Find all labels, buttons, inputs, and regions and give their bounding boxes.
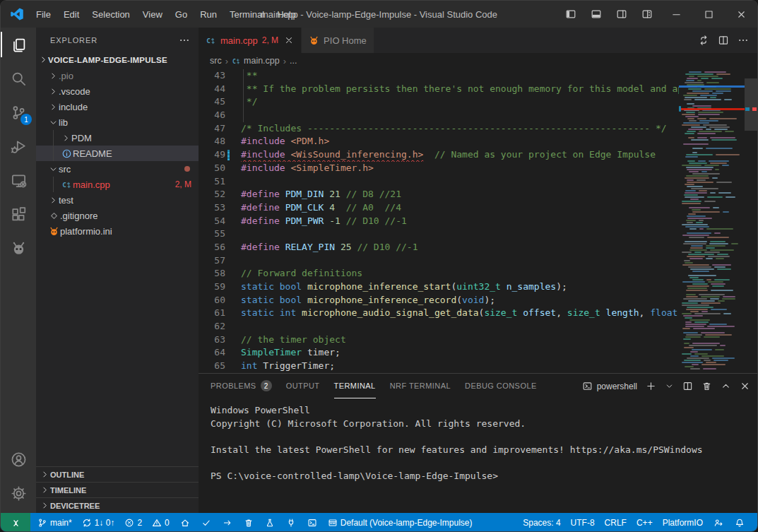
status-pio-new-terminal[interactable] xyxy=(302,513,323,532)
tree-item-lib[interactable]: lib xyxy=(36,114,199,130)
status-platformio-status[interactable]: PlatformIO xyxy=(658,513,708,532)
line-number[interactable]: 48 xyxy=(199,135,225,148)
line-number[interactable]: 46 xyxy=(199,109,225,122)
breadcrumb-item[interactable]: ... xyxy=(290,56,297,66)
tree-item-main-cpp[interactable]: Cmain.cpp2, M xyxy=(36,177,199,192)
line-number[interactable]: 59 xyxy=(199,280,225,294)
tree-item-pdm[interactable]: PDM xyxy=(36,130,199,146)
open-changes-button[interactable] xyxy=(698,35,709,46)
panel-tab-output[interactable]: OUTPUT xyxy=(286,374,320,398)
panel-tab-debug-console[interactable]: DEBUG CONSOLE xyxy=(465,374,537,398)
menu-run[interactable]: Run xyxy=(194,1,223,28)
sidebar-section-outline[interactable]: OUTLINE xyxy=(36,466,199,482)
line-number[interactable]: 60 xyxy=(199,294,225,307)
minimap[interactable] xyxy=(679,69,745,373)
activity-remote-explorer[interactable] xyxy=(1,163,36,197)
activity-platformio[interactable] xyxy=(1,231,36,265)
menu-selection[interactable]: Selection xyxy=(85,1,136,28)
status-language-mode[interactable]: C++ xyxy=(632,513,658,532)
status-pio-clean[interactable] xyxy=(238,513,259,532)
shell-selector[interactable]: powershell xyxy=(582,381,637,391)
activity-extensions[interactable] xyxy=(1,197,36,231)
line-number[interactable]: 49 xyxy=(199,148,225,162)
line-number[interactable]: 52 xyxy=(199,188,225,201)
line-number[interactable]: 65 xyxy=(199,360,225,373)
menu-view[interactable]: View xyxy=(136,1,169,28)
status-pio-home[interactable] xyxy=(174,513,196,532)
status-feedback[interactable] xyxy=(708,513,729,532)
activity-account[interactable] xyxy=(1,442,36,476)
activity-source-control[interactable]: 1 xyxy=(1,95,36,129)
tree-item--vscode[interactable]: .vscode xyxy=(36,83,199,99)
line-number[interactable]: 54 xyxy=(199,215,225,228)
menu-go[interactable]: Go xyxy=(169,1,194,28)
tree-root-folder[interactable]: VOICE-LAMP-EDGE-IMPULSE xyxy=(36,52,199,68)
more-actions-button[interactable] xyxy=(738,35,749,46)
terminal-content[interactable]: Windows PowerShellCopyright (C) Microsof… xyxy=(199,398,757,513)
line-number[interactable]: 51 xyxy=(199,175,225,189)
line-number[interactable]: 45 xyxy=(199,95,225,109)
status-problems-warnings[interactable]: 0 xyxy=(147,513,174,532)
split-terminal-button[interactable] xyxy=(682,381,693,391)
maximize-panel-button[interactable] xyxy=(721,381,731,391)
breadcrumb-item[interactable]: Cmain.cpp xyxy=(232,56,280,66)
line-number[interactable]: 50 xyxy=(199,162,225,175)
line-number[interactable]: 63 xyxy=(199,333,225,347)
overview-ruler[interactable] xyxy=(745,69,757,373)
sidebar-section-timeline[interactable]: TIMELINE xyxy=(36,482,199,497)
line-number[interactable]: 61 xyxy=(199,307,225,320)
scrollbar-thumb[interactable] xyxy=(745,78,757,131)
new-terminal-button[interactable] xyxy=(646,381,656,391)
status-pio-build[interactable] xyxy=(196,513,217,532)
line-number[interactable]: 53 xyxy=(199,201,225,215)
tree-item--pio[interactable]: .pio xyxy=(36,68,199,83)
activity-run-and-debug[interactable] xyxy=(1,129,36,163)
line-number[interactable]: 64 xyxy=(199,346,225,360)
status-indentation[interactable]: Spaces: 4 xyxy=(518,513,565,532)
activity-search[interactable] xyxy=(1,61,36,95)
breadcrumb-item[interactable]: src xyxy=(210,56,222,66)
tree-item-readme[interactable]: README xyxy=(36,146,199,161)
minimize-button[interactable] xyxy=(660,1,692,28)
sidebar-section-devicetree[interactable]: DEVICETREE xyxy=(36,497,199,513)
line-number[interactable]: 57 xyxy=(199,254,225,268)
remote-indicator[interactable] xyxy=(1,513,30,532)
status-pio-upload[interactable] xyxy=(217,513,238,532)
status-pio-test[interactable] xyxy=(259,513,280,532)
panel-tab-problems[interactable]: PROBLEMS2 xyxy=(211,374,272,398)
maximize-button[interactable] xyxy=(692,1,725,28)
status-notifications[interactable] xyxy=(729,513,750,532)
tree-item-src[interactable]: src xyxy=(36,161,199,177)
status-problems-errors[interactable]: 2 xyxy=(119,513,147,532)
line-number[interactable]: 43 xyxy=(199,69,225,83)
terminal-dropdown-button[interactable] xyxy=(665,382,674,391)
status-encoding[interactable]: UTF-8 xyxy=(566,513,600,532)
tree-item-include[interactable]: include xyxy=(36,99,199,114)
close-panel-button[interactable] xyxy=(740,381,750,391)
line-number[interactable]: 55 xyxy=(199,227,225,241)
panel-tab-nrf-terminal[interactable]: NRF TERMINAL xyxy=(390,374,451,398)
tab-pio-home[interactable]: PIO Home xyxy=(302,28,374,53)
activity-explorer[interactable] xyxy=(1,28,36,61)
close-button[interactable] xyxy=(725,1,757,28)
layout-customize-button[interactable] xyxy=(634,1,660,28)
explorer-more-actions-button[interactable] xyxy=(179,35,190,46)
status-git-branch[interactable]: main* xyxy=(32,513,77,532)
line-number[interactable]: 47 xyxy=(199,122,225,136)
layout-sidebar-left-button[interactable] xyxy=(558,1,584,28)
code-editor[interactable]: 43 **44 ** If the problem persists then … xyxy=(199,69,757,373)
menu-edit[interactable]: Edit xyxy=(57,1,85,28)
line-number[interactable]: 58 xyxy=(199,267,225,280)
status-pio-project-env[interactable]: Default (Voice-lamp-Edge-Impulse) xyxy=(323,513,478,532)
tree-item-platformio-ini[interactable]: platformio.ini xyxy=(36,223,199,239)
tab-main-cpp[interactable]: Cmain.cpp2, M xyxy=(199,28,302,53)
tree-item--gitignore[interactable]: .gitignore xyxy=(36,208,199,223)
status-git-sync[interactable]: 1↓ 0↑ xyxy=(77,513,120,532)
status-eol[interactable]: CRLF xyxy=(600,513,632,532)
status-pio-serial-monitor[interactable] xyxy=(280,513,302,532)
split-editor-button[interactable] xyxy=(718,35,729,46)
menu-file[interactable]: File xyxy=(30,1,57,28)
layout-panel-button[interactable] xyxy=(584,1,609,28)
layout-sidebar-right-button[interactable] xyxy=(609,1,634,28)
panel-tab-terminal[interactable]: TERMINAL xyxy=(334,374,376,398)
